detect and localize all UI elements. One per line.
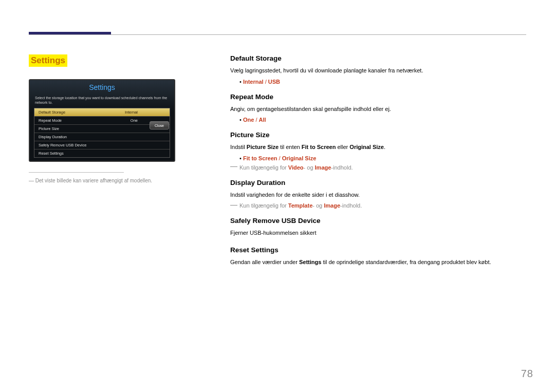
screenshot-title: Settings xyxy=(30,80,174,94)
paragraph: Indstil varigheden for de enkelte sider … xyxy=(230,191,526,200)
paragraph: Fjerner USB-hukommelsen sikkert xyxy=(230,229,526,238)
header-rule xyxy=(29,34,526,35)
image-note: ― Det viste billede kan variere afhængig… xyxy=(29,178,178,183)
menu-label: Display Duration xyxy=(39,135,67,139)
option-list: Internal / USB xyxy=(239,79,526,85)
menu-label: Reset Settings xyxy=(39,151,64,156)
menu-value: Internal xyxy=(125,110,138,115)
paragraph: Vælg lagringsstedet, hvortil du vil down… xyxy=(230,66,526,76)
availability-note: Kun tilgængelig for Video- og Image-indh… xyxy=(230,164,526,171)
menu-row-reset-settings: Reset Settings xyxy=(34,150,170,157)
heading: Repeat Mode xyxy=(230,93,526,101)
availability-note: Kun tilgængelig for Template- og Image-i… xyxy=(230,202,526,209)
image-note-text: Det viste billede kan variere afhængigt … xyxy=(35,178,152,183)
settings-screenshot: Settings Select the storage location tha… xyxy=(29,79,175,162)
heading: Safely Remove USB Device xyxy=(230,217,526,225)
screenshot-description: Select the storage location that you wan… xyxy=(30,94,174,108)
image-divider xyxy=(29,172,124,173)
section-reset-settings: Reset Settings Gendan alle værdier under… xyxy=(230,246,526,267)
heading: Picture Size xyxy=(230,131,526,139)
menu-label: Repeat Mode xyxy=(39,118,62,123)
section-display-duration: Display Duration Indstil varigheden for … xyxy=(230,179,526,209)
heading: Reset Settings xyxy=(230,246,526,254)
section-default-storage: Default Storage Vælg lagringsstedet, hvo… xyxy=(230,54,526,85)
section-repeat-mode: Repeat Mode Angiv, om gentagelsestilstan… xyxy=(230,93,526,123)
menu-row-display-duration: Display Duration xyxy=(34,133,170,141)
option-list: Fit to Screen / Original Size xyxy=(239,155,526,161)
menu-label: Picture Size xyxy=(39,126,59,131)
page-title: Settings xyxy=(29,54,67,67)
paragraph: Indstil Picture Size til enten Fit to Sc… xyxy=(230,143,526,152)
paragraph: Gendan alle værdier under Settings til d… xyxy=(230,258,526,267)
section-safely-remove: Safely Remove USB Device Fjerner USB-huk… xyxy=(230,217,526,238)
menu-value: One xyxy=(131,118,138,123)
heading: Default Storage xyxy=(230,54,526,62)
section-picture-size: Picture Size Indstil Picture Size til en… xyxy=(230,131,526,171)
left-column: Settings Settings Select the storage loc… xyxy=(29,54,178,183)
menu-row-safely-remove: Safely Remove USB Device xyxy=(34,141,170,150)
menu-label: Default Storage xyxy=(39,110,65,115)
heading: Display Duration xyxy=(230,179,526,186)
right-column: Default Storage Vælg lagringsstedet, hvo… xyxy=(230,54,526,275)
screenshot-menu: Default Storage Internal Repeat Mode One… xyxy=(34,108,170,158)
option-fit: Fit to Screen xyxy=(243,155,278,161)
option-one: One xyxy=(243,117,254,123)
page-number: 78 xyxy=(521,368,533,380)
close-button: Close xyxy=(150,121,169,129)
menu-label: Safely Remove USB Device xyxy=(39,143,86,147)
menu-row-default-storage: Default Storage Internal xyxy=(34,108,170,117)
option-usb: USB xyxy=(268,79,280,85)
option-list: One / All xyxy=(239,117,526,123)
option-internal: Internal xyxy=(243,79,264,85)
paragraph: Angiv, om gentagelsestilstanden skal gen… xyxy=(230,105,526,114)
option-all: All xyxy=(259,117,266,123)
option-original: Original Size xyxy=(282,155,317,161)
